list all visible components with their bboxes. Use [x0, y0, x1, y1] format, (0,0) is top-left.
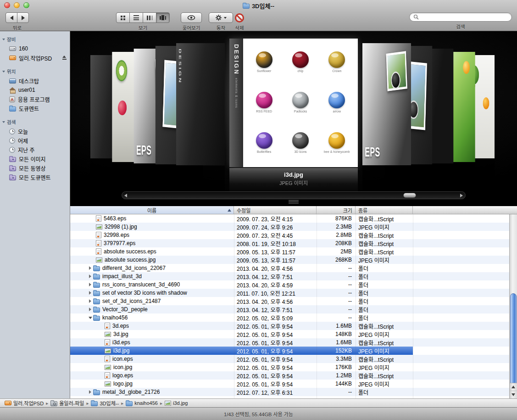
coverflow-scroll-left-icon[interactable]: [124, 194, 127, 197]
center-cover-icon: chip: [282, 42, 318, 83]
vertical-scrollbar[interactable]: [509, 214, 517, 398]
list-row[interactable]: 32998 (1).jpg2009. 07. 24, 오후 9:262.3MBJ…: [70, 223, 509, 231]
jpg-icon: [96, 258, 102, 263]
list-row[interactable]: 32998.eps2009. 07. 23, 오전 4:452.8MB캡슐화..…: [70, 231, 509, 239]
list-row[interactable]: absolute success.jpg2009. 05. 13, 오후 11:…: [70, 256, 509, 264]
coverflow-center-cover[interactable]: DESIGN elements & icons SunflowerchipCro…: [229, 39, 358, 167]
disclosure-triangle[interactable]: [87, 390, 93, 394]
action-button[interactable]: [209, 12, 233, 23]
sidebar-item[interactable]: 160: [0, 44, 70, 53]
list-row[interactable]: 5463.eps2009. 07. 23, 오전 4:15876KB캡슐화...…: [70, 214, 509, 223]
coverflow-view[interactable]: camomilecamomileEPSEPSDESIGNDESIGNEPSEPS…: [70, 31, 517, 206]
view-coverflow-button[interactable]: [156, 12, 170, 23]
view-switcher: [116, 12, 170, 23]
row-date-cell: 2013. 04. 20, 오후 4:56: [234, 264, 317, 272]
list-row[interactable]: 3d.jpg2012. 05. 01, 오후 9:54148KBJPEG 이미지: [70, 330, 509, 338]
clock-icon: [9, 129, 15, 134]
sidebar: 장비160일러.작업PSD위치데스크탑user01응용 프로그램도큐멘트검색오늘…: [0, 31, 70, 398]
list-row[interactable]: 3d.eps2012. 05. 01, 오후 9:541.6MB캡슐화...tS…: [70, 322, 509, 330]
quicklook-button[interactable]: [181, 12, 202, 23]
delete-button[interactable]: [235, 12, 244, 23]
sidebar-item[interactable]: 데스크탑: [0, 76, 70, 85]
coverflow-scrollbar[interactable]: [122, 191, 466, 199]
row-date-cell: 2013. 04. 12, 오후 7:51: [234, 273, 317, 280]
sidebar-item[interactable]: user01: [0, 85, 70, 95]
desktop-icon: [9, 78, 16, 84]
row-date-cell: 2011. 07. 10, 오전 12:21: [234, 289, 317, 297]
column-header-date[interactable]: 수정일: [234, 206, 317, 214]
list-row[interactable]: Vector_3D_people2013. 04. 12, 오후 7:51--폴…: [70, 305, 509, 314]
view-columns-button[interactable]: [143, 12, 156, 23]
sidebar-item[interactable]: 모든 이미지: [0, 154, 70, 163]
sort-ascending-icon: [228, 209, 231, 212]
list-row[interactable]: logo.eps2012. 05. 01, 오후 9:541.2MB캡슐화...…: [70, 371, 509, 380]
column-divider: [317, 214, 317, 398]
disclosure-triangle[interactable]: [87, 317, 93, 319]
list-row[interactable]: impact_illust_3d2013. 04. 12, 오후 7:51--폴…: [70, 272, 509, 280]
sidebar-item[interactable]: 오늘: [0, 127, 70, 136]
eps-icon: [105, 356, 110, 362]
scroll-up-button[interactable]: [510, 383, 517, 391]
list-row[interactable]: rss_icons_translucent_3d_46902013. 04. 2…: [70, 280, 509, 289]
list-row[interactable]: set of vector 3D icons with shadow2011. …: [70, 289, 509, 297]
window-title-text: 3D입체--: [252, 1, 274, 10]
coverflow-scrollbar-thumb[interactable]: [403, 193, 416, 198]
disclosure-triangle[interactable]: [87, 266, 93, 270]
disclosure-triangle[interactable]: [87, 283, 93, 286]
sidebar-item[interactable]: 모든 도큐멘트: [0, 173, 70, 182]
list-row[interactable]: i3d.eps2012. 05. 01, 오후 9:541.6MB캡슐화...t…: [70, 338, 509, 347]
disclosure-triangle[interactable]: [87, 291, 93, 295]
path-item[interactable]: 올일러-파일: [50, 399, 84, 407]
sidebar-item-label: 모든 이미지: [19, 155, 46, 163]
list-row[interactable]: icon.eps2012. 05. 01, 오후 9:543.3MB캡슐화...…: [70, 355, 509, 363]
sidebar-item[interactable]: 도큐멘트: [0, 104, 70, 113]
row-kind-cell: 캡슐화...tScript: [356, 231, 413, 239]
list-row[interactable]: i3d.jpg2012. 05. 01, 오후 9:54152KBJPEG 이미…: [70, 347, 509, 355]
disclosure-triangle[interactable]: [87, 299, 93, 303]
list-row[interactable]: knaiho4562012. 05. 02, 오후 5:09--폴더: [70, 314, 509, 322]
column-divider: [356, 214, 356, 398]
forward-button[interactable]: [17, 12, 29, 23]
center-cover-icon: bee & honeycomb: [319, 123, 355, 163]
list-row[interactable]: logo.jpg2012. 05. 01, 오후 9:54144KBJPEG 이…: [70, 380, 509, 388]
search-input[interactable]: [421, 14, 508, 20]
list-row[interactable]: icon.jpg2012. 05. 01, 오후 9:54176KBJPEG 이…: [70, 363, 509, 371]
arrow-up-icon: [511, 386, 515, 388]
back-button[interactable]: [6, 12, 17, 23]
sidebar-item[interactable]: 지난 주: [0, 145, 70, 154]
list-row[interactable]: different_3d_icons_220672013. 04. 20, 오후…: [70, 264, 509, 272]
sidebar-item[interactable]: 일러.작업PSD: [0, 53, 70, 62]
eject-icon[interactable]: [62, 56, 67, 61]
coverflow-resize-grip[interactable]: [289, 200, 299, 204]
path-separator: ▸: [160, 401, 162, 406]
column-header-size[interactable]: 크기: [317, 206, 356, 214]
path-item[interactable]: i3d.jpg: [165, 400, 188, 406]
list-row[interactable]: set_of_3d_icons_214872013. 04. 20, 오후 4:…: [70, 297, 509, 305]
file-name: knaiho456: [102, 314, 128, 321]
coverflow-scroll-right-icon[interactable]: [460, 194, 463, 197]
row-date-cell: 2012. 05. 01, 오후 9:54: [234, 380, 317, 388]
sidebar-item[interactable]: 모든 동영상: [0, 163, 70, 173]
row-size-cell: 148KB: [317, 331, 356, 337]
disclosure-triangle[interactable]: [87, 308, 93, 311]
column-header-kind[interactable]: 종류: [356, 206, 413, 214]
view-list-button[interactable]: [129, 12, 143, 23]
scrollbar-thumb[interactable]: [510, 293, 517, 388]
list-row[interactable]: absolute success.eps2009. 05. 13, 오후 11:…: [70, 247, 509, 256]
row-name-cell: knaiho456: [70, 314, 234, 321]
scroll-down-button[interactable]: [510, 391, 517, 398]
row-kind-cell: 캡슐화...tScript: [356, 215, 413, 223]
view-icons-button[interactable]: [116, 12, 130, 23]
column-header-name[interactable]: 이름: [70, 206, 234, 214]
disclosure-triangle[interactable]: [87, 274, 93, 278]
sidebar-item[interactable]: 응용 프로그램: [0, 95, 70, 104]
path-item[interactable]: knaiho456: [126, 400, 158, 406]
path-item[interactable]: 일러.작업PSD: [5, 399, 44, 407]
list-row[interactable]: 3797977.eps2008. 01. 19, 오전 10:18208KB캡슐…: [70, 239, 509, 247]
icon-thumb: [256, 51, 272, 68]
list-row[interactable]: metal_3d_globe_217262012. 07. 12, 오후 6:3…: [70, 388, 509, 396]
path-item[interactable]: 3D입체--: [91, 399, 119, 407]
search-field[interactable]: [409, 12, 512, 22]
coverflow-view-icon: [160, 15, 166, 20]
sidebar-item[interactable]: 어제: [0, 136, 70, 145]
